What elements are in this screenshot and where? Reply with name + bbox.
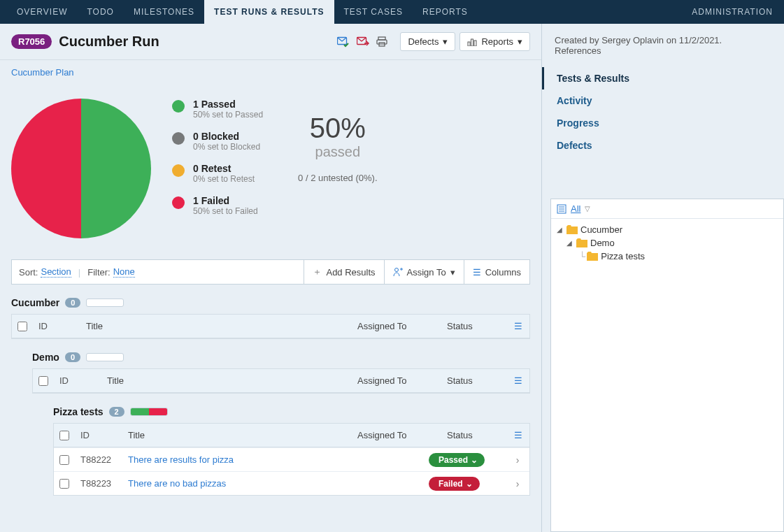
col-status: Status	[447, 375, 524, 386]
add-results-button[interactable]: ＋Add Results	[304, 260, 383, 284]
chevron-down-icon: ▾	[518, 36, 522, 47]
nav-todo[interactable]: TODO	[77, 0, 123, 24]
filter-link[interactable]: None	[113, 266, 135, 278]
nav-milestones[interactable]: MILESTONES	[124, 0, 204, 24]
legend-retest: 0 Retest0% set to Retest	[172, 163, 263, 184]
run-title: Cucumber Run	[59, 34, 337, 50]
chevron-down-icon: ▾	[450, 267, 455, 278]
nav-overview[interactable]: OVERVIEW	[7, 0, 77, 24]
section-name: Cucumber	[11, 297, 59, 308]
mail-export-icon[interactable]	[357, 36, 369, 48]
legend: 1 Passed50% set to Passed 0 Blocked0% se…	[172, 99, 263, 216]
svg-rect-3	[377, 40, 387, 44]
tree-node-cucumber[interactable]: ◢Cucumber	[557, 223, 778, 236]
col-id: ID	[59, 375, 101, 386]
col-title: Title	[128, 430, 352, 440]
folder-icon	[566, 225, 578, 234]
table-header: ID Title Assigned To Status ☰	[12, 315, 529, 338]
side-nav-progress[interactable]: Progress	[542, 112, 784, 134]
plan-link[interactable]: Cucumber Plan	[11, 67, 74, 78]
chevron-down-icon: ⌄	[466, 479, 473, 489]
table-row: T88223 There are no bad pizzas Failed ⌄ …	[54, 471, 529, 495]
chevron-down-icon: ▽	[585, 205, 590, 213]
top-nav-left: OVERVIEW TODO MILESTONES TEST RUNS & RES…	[7, 0, 478, 24]
section-name: Demo	[32, 352, 59, 363]
nav-reports[interactable]: REPORTS	[413, 0, 478, 24]
side-nav-activity[interactable]: Activity	[542, 89, 784, 112]
tests-table: ID Title Assigned To Status ☰	[11, 314, 530, 339]
run-header: R7056 Cucumber Run Defects▾ Reports▾	[0, 24, 541, 60]
section-count: 0	[65, 298, 80, 308]
select-all-checkbox[interactable]	[59, 431, 69, 440]
run-metadata: Created by Sergey Oplavin on 11/2/2021. …	[542, 24, 784, 67]
header-action-icons	[337, 36, 387, 48]
table-header: ID Title Assigned To Status ☰	[33, 369, 529, 393]
section: Cucumber0 ID Title Assigned To Status ☰	[11, 297, 530, 339]
legend-failed: 1 Failed50% set to Failed	[172, 195, 263, 216]
breadcrumb: Cucumber Plan	[0, 60, 541, 85]
chevron-down-icon: ⌄	[471, 455, 478, 465]
chevron-down-icon: ▾	[443, 36, 448, 47]
row-expand-icon[interactable]: ›	[511, 478, 524, 489]
folder-icon	[587, 252, 598, 261]
sort-filter: Sort: Section | Filter: None	[12, 260, 304, 284]
nav-test-cases[interactable]: TEST CASES	[334, 0, 413, 24]
tree-node-demo[interactable]: ◢Demo	[566, 236, 778, 250]
columns-config-icon[interactable]: ☰	[514, 430, 522, 440]
col-status: Status	[447, 430, 524, 440]
main-panel: R7056 Cucumber Run Defects▾ Reports▾ Cuc…	[0, 24, 542, 532]
columns-config-icon[interactable]: ☰	[514, 321, 522, 331]
legend-passed: 1 Passed50% set to Passed	[172, 99, 263, 120]
legend-blocked: 0 Blocked0% set to Blocked	[172, 131, 263, 152]
pass-percentage: 50% passed 0 / 2 untested (0%).	[298, 113, 377, 183]
defects-dropdown[interactable]: Defects▾	[400, 32, 455, 51]
tree-all-link[interactable]: All	[571, 203, 580, 214]
col-title: Title	[86, 321, 352, 331]
mail-accept-icon[interactable]	[337, 36, 350, 48]
row-checkbox[interactable]	[59, 455, 69, 465]
status-dropdown[interactable]: Passed ⌄	[429, 453, 485, 467]
col-assigned: Assigned To	[357, 321, 441, 331]
columns-config-icon[interactable]: ☰	[514, 375, 522, 386]
row-checkbox[interactable]	[59, 479, 69, 489]
section-progress-bar	[130, 408, 168, 416]
test-title-link[interactable]: There are no bad pizzas	[128, 478, 226, 489]
status-dropdown[interactable]: Failed ⌄	[429, 477, 480, 491]
print-icon[interactable]	[376, 36, 387, 48]
side-nav-defects[interactable]: Defects	[542, 134, 784, 157]
select-all-checkbox[interactable]	[17, 322, 27, 331]
svg-point-8	[394, 268, 398, 272]
list-icon	[557, 204, 566, 214]
col-title: Title	[107, 375, 352, 386]
tree-node-pizza-tests[interactable]: └Pizza tests	[579, 250, 778, 263]
reports-dropdown[interactable]: Reports▾	[459, 32, 530, 51]
columns-button[interactable]: ☰Columns	[464, 260, 529, 284]
tests-table: ID Title Assigned To Status ☰	[32, 368, 530, 394]
svg-rect-7	[474, 41, 476, 46]
row-expand-icon[interactable]: ›	[511, 454, 524, 466]
pie-chart	[11, 99, 151, 238]
section-header: Cucumber0	[11, 297, 530, 308]
nav-test-runs[interactable]: TEST RUNS & RESULTS	[204, 0, 334, 24]
col-assigned: Assigned To	[357, 430, 441, 440]
person-icon	[393, 267, 403, 277]
sort-link[interactable]: Section	[41, 266, 71, 278]
svg-rect-6	[471, 39, 473, 46]
section-progress-bar	[86, 299, 124, 307]
stats-row: 1 Passed50% set to Passed 0 Blocked0% se…	[0, 85, 541, 259]
col-id: ID	[80, 430, 122, 440]
section-count: 0	[65, 352, 80, 362]
section-tree-panel: All ▽ ◢Cucumber ◢Demo └Pizza tests	[550, 199, 784, 532]
svg-rect-5	[468, 42, 470, 46]
columns-icon: ☰	[473, 267, 481, 278]
section-toolbar: Sort: Section | Filter: None ＋Add Result…	[11, 259, 530, 285]
nav-administration[interactable]: ADMINISTRATION	[687, 7, 777, 17]
select-all-checkbox[interactable]	[38, 376, 48, 386]
run-id-badge: R7056	[11, 34, 52, 49]
table-header: ID Title Assigned To Status ☰	[54, 424, 529, 447]
bar-chart-icon	[467, 38, 477, 46]
section: Demo0 ID Title Assigned To Status ☰	[32, 352, 530, 394]
side-nav-tests-results[interactable]: Tests & Results	[542, 67, 784, 89]
test-title-link[interactable]: There are results for pizza	[128, 454, 234, 465]
assign-to-dropdown[interactable]: Assign To▾	[384, 260, 464, 284]
